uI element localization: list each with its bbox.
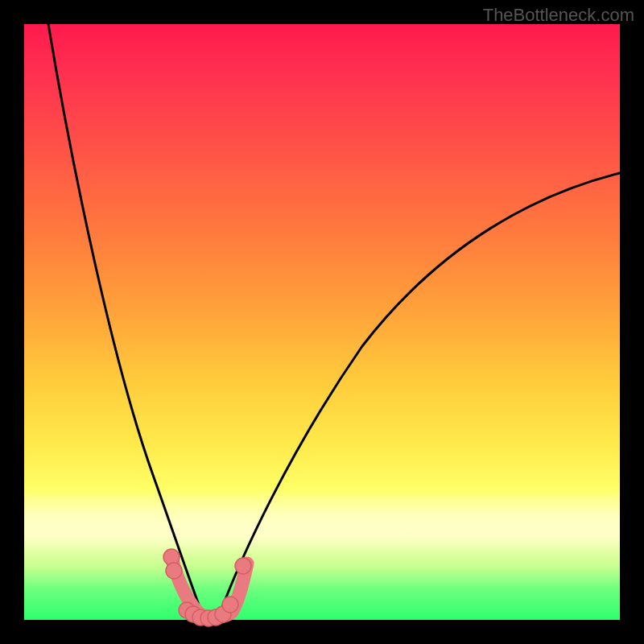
data-marker — [166, 563, 182, 579]
chart-frame: TheBottleneck.com — [0, 0, 644, 644]
curve-layer — [24, 24, 620, 620]
left-curve — [48, 24, 203, 616]
right-curve — [219, 173, 620, 616]
data-marker — [235, 558, 251, 574]
data-marker — [222, 597, 238, 613]
plot-area — [24, 24, 620, 620]
watermark-text: TheBottleneck.com — [483, 5, 634, 26]
